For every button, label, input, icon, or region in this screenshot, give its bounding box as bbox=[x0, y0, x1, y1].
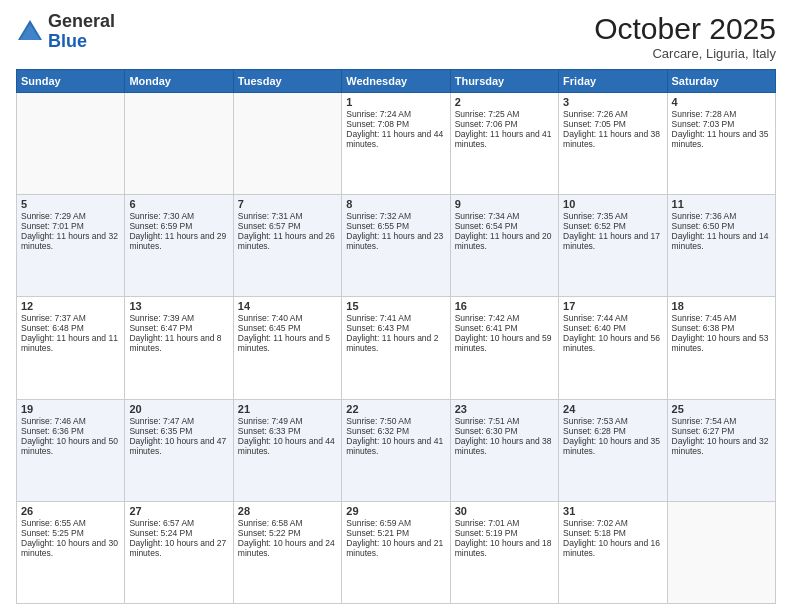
location: Carcare, Liguria, Italy bbox=[594, 46, 776, 61]
cell-5-7 bbox=[667, 501, 775, 603]
day-info-line: Sunrise: 7:53 AM bbox=[563, 416, 662, 426]
week-row-4: 19Sunrise: 7:46 AMSunset: 6:36 PMDayligh… bbox=[17, 399, 776, 501]
day-number: 14 bbox=[238, 300, 337, 312]
day-info-line: Sunset: 5:18 PM bbox=[563, 528, 662, 538]
day-info-line: Daylight: 11 hours and 11 minutes. bbox=[21, 333, 120, 353]
day-number: 5 bbox=[21, 198, 120, 210]
day-number: 12 bbox=[21, 300, 120, 312]
day-info-line: Sunrise: 7:36 AM bbox=[672, 211, 771, 221]
cell-4-6: 24Sunrise: 7:53 AMSunset: 6:28 PMDayligh… bbox=[559, 399, 667, 501]
day-info-line: Sunset: 6:48 PM bbox=[21, 323, 120, 333]
day-info-line: Sunrise: 7:41 AM bbox=[346, 313, 445, 323]
day-info-line: Sunrise: 7:54 AM bbox=[672, 416, 771, 426]
week-row-2: 5Sunrise: 7:29 AMSunset: 7:01 PMDaylight… bbox=[17, 195, 776, 297]
day-info-line: Sunset: 6:27 PM bbox=[672, 426, 771, 436]
day-info-line: Sunset: 6:55 PM bbox=[346, 221, 445, 231]
day-info-line: Sunset: 6:36 PM bbox=[21, 426, 120, 436]
day-info-line: Daylight: 10 hours and 18 minutes. bbox=[455, 538, 554, 558]
day-info-line: Sunrise: 7:26 AM bbox=[563, 109, 662, 119]
day-number: 2 bbox=[455, 96, 554, 108]
day-info-line: Sunset: 6:43 PM bbox=[346, 323, 445, 333]
day-info-line: Sunrise: 7:50 AM bbox=[346, 416, 445, 426]
cell-3-7: 18Sunrise: 7:45 AMSunset: 6:38 PMDayligh… bbox=[667, 297, 775, 399]
day-info-line: Daylight: 11 hours and 44 minutes. bbox=[346, 129, 445, 149]
cell-4-5: 23Sunrise: 7:51 AMSunset: 6:30 PMDayligh… bbox=[450, 399, 558, 501]
cell-1-2 bbox=[125, 93, 233, 195]
day-info-line: Sunset: 6:33 PM bbox=[238, 426, 337, 436]
day-info-line: Sunset: 6:35 PM bbox=[129, 426, 228, 436]
day-info-line: Sunrise: 7:45 AM bbox=[672, 313, 771, 323]
day-info-line: Daylight: 10 hours and 47 minutes. bbox=[129, 436, 228, 456]
cell-1-7: 4Sunrise: 7:28 AMSunset: 7:03 PMDaylight… bbox=[667, 93, 775, 195]
cell-3-3: 14Sunrise: 7:40 AMSunset: 6:45 PMDayligh… bbox=[233, 297, 341, 399]
day-info-line: Sunset: 6:40 PM bbox=[563, 323, 662, 333]
day-info-line: Daylight: 10 hours and 35 minutes. bbox=[563, 436, 662, 456]
day-info-line: Sunset: 6:59 PM bbox=[129, 221, 228, 231]
cell-2-5: 9Sunrise: 7:34 AMSunset: 6:54 PMDaylight… bbox=[450, 195, 558, 297]
day-info-line: Sunset: 6:52 PM bbox=[563, 221, 662, 231]
day-info-line: Daylight: 10 hours and 21 minutes. bbox=[346, 538, 445, 558]
day-info-line: Sunrise: 6:59 AM bbox=[346, 518, 445, 528]
day-info-line: Sunrise: 7:02 AM bbox=[563, 518, 662, 528]
col-header-monday: Monday bbox=[125, 70, 233, 93]
day-info-line: Daylight: 11 hours and 35 minutes. bbox=[672, 129, 771, 149]
day-info-line: Daylight: 10 hours and 27 minutes. bbox=[129, 538, 228, 558]
day-info-line: Sunrise: 7:35 AM bbox=[563, 211, 662, 221]
month-title: October 2025 bbox=[594, 12, 776, 46]
day-info-line: Sunrise: 6:58 AM bbox=[238, 518, 337, 528]
cell-1-3 bbox=[233, 93, 341, 195]
day-info-line: Daylight: 10 hours and 32 minutes. bbox=[672, 436, 771, 456]
day-number: 21 bbox=[238, 403, 337, 415]
day-number: 6 bbox=[129, 198, 228, 210]
day-info-line: Sunrise: 7:30 AM bbox=[129, 211, 228, 221]
day-info-line: Daylight: 11 hours and 14 minutes. bbox=[672, 231, 771, 251]
logo: General Blue bbox=[16, 12, 115, 52]
cell-1-4: 1Sunrise: 7:24 AMSunset: 7:08 PMDaylight… bbox=[342, 93, 450, 195]
day-number: 13 bbox=[129, 300, 228, 312]
day-info-line: Sunset: 7:05 PM bbox=[563, 119, 662, 129]
header: General Blue October 2025 Carcare, Ligur… bbox=[16, 12, 776, 61]
cell-4-1: 19Sunrise: 7:46 AMSunset: 6:36 PMDayligh… bbox=[17, 399, 125, 501]
cell-1-1 bbox=[17, 93, 125, 195]
day-number: 25 bbox=[672, 403, 771, 415]
day-number: 31 bbox=[563, 505, 662, 517]
cell-3-4: 15Sunrise: 7:41 AMSunset: 6:43 PMDayligh… bbox=[342, 297, 450, 399]
day-info-line: Sunrise: 6:57 AM bbox=[129, 518, 228, 528]
calendar: SundayMondayTuesdayWednesdayThursdayFrid… bbox=[16, 69, 776, 604]
day-number: 4 bbox=[672, 96, 771, 108]
day-number: 20 bbox=[129, 403, 228, 415]
day-info-line: Daylight: 11 hours and 8 minutes. bbox=[129, 333, 228, 353]
cell-5-3: 28Sunrise: 6:58 AMSunset: 5:22 PMDayligh… bbox=[233, 501, 341, 603]
day-number: 23 bbox=[455, 403, 554, 415]
cell-3-1: 12Sunrise: 7:37 AMSunset: 6:48 PMDayligh… bbox=[17, 297, 125, 399]
day-number: 30 bbox=[455, 505, 554, 517]
day-info-line: Sunrise: 7:49 AM bbox=[238, 416, 337, 426]
day-info-line: Daylight: 10 hours and 53 minutes. bbox=[672, 333, 771, 353]
logo-text: General Blue bbox=[48, 12, 115, 52]
day-info-line: Sunrise: 7:31 AM bbox=[238, 211, 337, 221]
col-header-saturday: Saturday bbox=[667, 70, 775, 93]
day-number: 9 bbox=[455, 198, 554, 210]
cell-1-6: 3Sunrise: 7:26 AMSunset: 7:05 PMDaylight… bbox=[559, 93, 667, 195]
day-info-line: Sunset: 5:25 PM bbox=[21, 528, 120, 538]
day-info-line: Sunset: 6:54 PM bbox=[455, 221, 554, 231]
day-info-line: Sunset: 5:21 PM bbox=[346, 528, 445, 538]
day-number: 24 bbox=[563, 403, 662, 415]
cell-3-5: 16Sunrise: 7:42 AMSunset: 6:41 PMDayligh… bbox=[450, 297, 558, 399]
cell-3-2: 13Sunrise: 7:39 AMSunset: 6:47 PMDayligh… bbox=[125, 297, 233, 399]
week-row-1: 1Sunrise: 7:24 AMSunset: 7:08 PMDaylight… bbox=[17, 93, 776, 195]
logo-icon bbox=[16, 18, 44, 46]
day-info-line: Sunset: 7:01 PM bbox=[21, 221, 120, 231]
cell-3-6: 17Sunrise: 7:44 AMSunset: 6:40 PMDayligh… bbox=[559, 297, 667, 399]
day-info-line: Sunset: 6:57 PM bbox=[238, 221, 337, 231]
title-block: October 2025 Carcare, Liguria, Italy bbox=[594, 12, 776, 61]
day-info-line: Daylight: 11 hours and 41 minutes. bbox=[455, 129, 554, 149]
day-info-line: Sunset: 7:03 PM bbox=[672, 119, 771, 129]
day-info-line: Sunrise: 7:37 AM bbox=[21, 313, 120, 323]
day-info-line: Sunset: 5:22 PM bbox=[238, 528, 337, 538]
day-number: 29 bbox=[346, 505, 445, 517]
day-info-line: Sunrise: 7:29 AM bbox=[21, 211, 120, 221]
cell-5-2: 27Sunrise: 6:57 AMSunset: 5:24 PMDayligh… bbox=[125, 501, 233, 603]
day-info-line: Sunset: 6:32 PM bbox=[346, 426, 445, 436]
page: General Blue October 2025 Carcare, Ligur… bbox=[0, 0, 792, 612]
